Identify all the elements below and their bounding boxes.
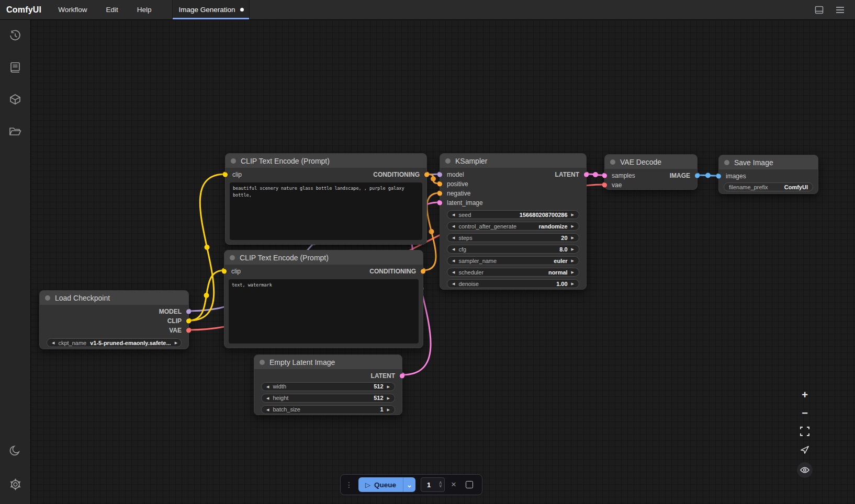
prompt-textarea-negative[interactable]: text, watermark: [229, 279, 419, 343]
hamburger-menu-icon[interactable]: [832, 2, 848, 18]
node-header[interactable]: Load Checkpoint: [40, 291, 188, 305]
fit-view-button[interactable]: [798, 426, 812, 437]
widget-label: denoise: [458, 281, 479, 287]
drag-grip-icon[interactable]: ⋮: [345, 480, 353, 489]
arrow-left-icon[interactable]: ◀: [452, 282, 455, 285]
output-port-latent[interactable]: [400, 374, 404, 379]
theme-moon-icon[interactable]: [5, 440, 26, 461]
stop-icon[interactable]: [466, 481, 473, 488]
input-port-negative[interactable]: [437, 191, 442, 196]
arrow-left-icon[interactable]: ◀: [452, 224, 455, 228]
widget-batch-size[interactable]: ◀ batch_size 1 ▶: [261, 405, 395, 414]
select-mode-button[interactable]: [798, 444, 812, 455]
output-label-latent: LATENT: [371, 372, 395, 380]
arrow-right-icon[interactable]: ▶: [387, 385, 390, 388]
queue-button[interactable]: ▷ Queue ⌄: [358, 477, 415, 492]
arrow-left-icon[interactable]: ◀: [452, 247, 455, 251]
menu-edit[interactable]: Edit: [96, 6, 127, 14]
node-header[interactable]: CLIP Text Encode (Prompt): [224, 250, 423, 265]
widget-ckpt-name[interactable]: ◀ ckpt_name v1-5-pruned-emaonly.safete..…: [47, 338, 182, 347]
node-clip-text-encode-negative[interactable]: CLIP Text Encode (Prompt) clip CONDITION…: [224, 250, 423, 348]
bottom-panel-icon[interactable]: [811, 2, 827, 18]
node-header[interactable]: CLIP Text Encode (Prompt): [226, 154, 426, 168]
input-port-samples[interactable]: [602, 174, 607, 178]
arrow-left-icon[interactable]: ◀: [452, 270, 455, 274]
arrow-left-icon[interactable]: ◀: [266, 396, 269, 400]
widget-denoise[interactable]: ◀ denoise 1.00 ▶: [447, 279, 579, 288]
model-library-icon[interactable]: [5, 89, 26, 110]
arrow-left-icon[interactable]: ◀: [266, 385, 269, 388]
arrow-right-icon[interactable]: ▶: [175, 341, 177, 345]
widget-sampler-name[interactable]: ◀ sampler_name euler ▶: [447, 256, 579, 265]
arrow-left-icon[interactable]: ◀: [452, 259, 455, 262]
zoom-in-button[interactable]: +: [798, 389, 812, 400]
node-load-checkpoint[interactable]: Load Checkpoint MODEL CLIP VAE ◀ ckpt_na…: [39, 290, 189, 349]
node-clip-text-encode-positive[interactable]: CLIP Text Encode (Prompt) clip CONDITION…: [225, 153, 427, 245]
input-port-vae[interactable]: [602, 183, 607, 188]
batch-count-input[interactable]: 1 ∧ ∨: [421, 477, 445, 492]
toggle-link-visibility-button[interactable]: [797, 462, 813, 478]
arrow-left-icon[interactable]: ◀: [452, 236, 455, 239]
output-port-clip[interactable]: [186, 319, 191, 324]
menu-workflow[interactable]: Workflow: [49, 6, 96, 14]
input-port-latent-image[interactable]: [437, 201, 442, 205]
widget-height[interactable]: ◀ height 512 ▶: [261, 394, 395, 403]
widget-filename-prefix[interactable]: filename_prefix ComfyUI: [724, 182, 813, 191]
input-port-positive[interactable]: [437, 182, 442, 187]
output-port-vae[interactable]: [186, 328, 191, 333]
input-port-clip[interactable]: [223, 173, 228, 177]
input-port-model[interactable]: [437, 173, 442, 177]
arrow-right-icon[interactable]: ▶: [387, 408, 390, 411]
top-menubar: ComfyUI Workflow Edit Help Image Generat…: [0, 0, 855, 20]
node-header[interactable]: VAE Decode: [605, 155, 697, 169]
widget-seed[interactable]: ◀ seed 156680208700286 ▶: [447, 210, 579, 219]
widget-cfg[interactable]: ◀ cfg 8.0 ▶: [447, 245, 579, 254]
arrow-right-icon[interactable]: ▶: [571, 259, 574, 262]
stepper-down-icon[interactable]: ∨: [438, 485, 442, 488]
widget-scheduler[interactable]: ◀ scheduler normal ▶: [447, 268, 579, 277]
widget-label: sampler_name: [458, 258, 497, 264]
arrow-right-icon[interactable]: ▶: [571, 270, 574, 274]
workflows-folder-icon[interactable]: [5, 121, 26, 142]
node-empty-latent-image[interactable]: Empty Latent Image LATENT ◀ width 512 ▶ …: [254, 354, 402, 415]
node-save-image[interactable]: Save Image images filename_prefix ComfyU…: [718, 155, 818, 194]
node-header[interactable]: Empty Latent Image: [254, 355, 402, 369]
widget-steps[interactable]: ◀ steps 20 ▶: [447, 233, 579, 242]
clear-queue-icon[interactable]: ×: [450, 479, 457, 490]
input-port-images[interactable]: [716, 174, 721, 179]
settings-gear-icon[interactable]: [5, 474, 26, 495]
arrow-right-icon[interactable]: ▶: [571, 282, 574, 285]
input-port-clip[interactable]: [222, 269, 227, 274]
widget-width[interactable]: ◀ width 512 ▶: [261, 382, 395, 391]
zoom-out-button[interactable]: −: [798, 407, 812, 419]
node-title: KSampler: [455, 157, 487, 165]
node-vae-decode[interactable]: VAE Decode samples IMAGE vae: [604, 154, 698, 190]
arrow-right-icon[interactable]: ▶: [571, 224, 574, 228]
node-header[interactable]: Save Image: [719, 155, 818, 169]
output-port-conditioning[interactable]: [424, 173, 429, 177]
arrow-right-icon[interactable]: ▶: [387, 396, 390, 400]
widget-value: ComfyUI: [784, 184, 808, 190]
widget-label: seed: [458, 212, 471, 218]
prompt-textarea-positive[interactable]: beautiful scenery nature glass bottle la…: [230, 182, 422, 240]
tab-image-generation[interactable]: Image Generation: [172, 0, 250, 19]
arrow-right-icon[interactable]: ▶: [571, 236, 574, 239]
output-port-image[interactable]: [695, 174, 700, 178]
node-header[interactable]: KSampler: [440, 154, 586, 168]
input-label-images: images: [726, 173, 746, 180]
node-ksampler[interactable]: KSampler model LATENT positive negative …: [440, 153, 587, 290]
arrow-left-icon[interactable]: ◀: [452, 213, 455, 216]
widget-value: randomize: [539, 223, 568, 230]
arrow-left-icon[interactable]: ◀: [52, 341, 54, 345]
queue-options-chevron[interactable]: ⌄: [403, 477, 415, 492]
menu-help[interactable]: Help: [128, 6, 161, 14]
logs-icon[interactable]: [5, 57, 26, 78]
widget-control-after-generate[interactable]: ◀ control_after_generate randomize ▶: [447, 222, 579, 231]
queue-history-icon[interactable]: [5, 25, 26, 46]
arrow-left-icon[interactable]: ◀: [266, 408, 269, 411]
output-port-latent[interactable]: [584, 173, 589, 177]
output-port-conditioning[interactable]: [421, 269, 425, 274]
arrow-right-icon[interactable]: ▶: [571, 247, 574, 251]
arrow-right-icon[interactable]: ▶: [571, 213, 574, 216]
output-port-model[interactable]: [186, 310, 191, 314]
